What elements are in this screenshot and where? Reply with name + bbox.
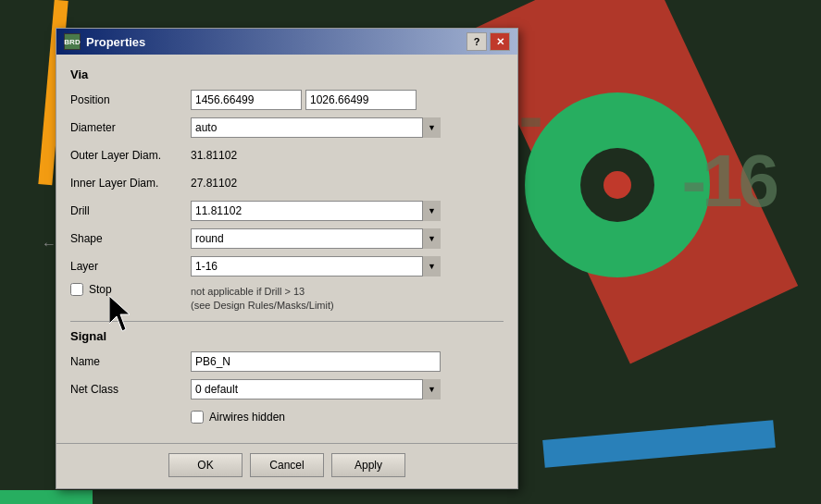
section-divider: [70, 321, 504, 322]
stop-checkbox[interactable]: [70, 283, 83, 296]
stop-row: Stop not applicable if Drill > 13 (see D…: [70, 283, 504, 313]
via-section-title: Via: [70, 68, 504, 81]
left-arrow-indicator: ←: [42, 236, 56, 252]
drill-select[interactable]: 11.81102: [191, 201, 441, 221]
shape-row: Shape round square ▼: [70, 227, 504, 250]
close-button[interactable]: ✕: [490, 32, 510, 51]
layer-select[interactable]: 1-16: [191, 256, 441, 277]
layer-label: Layer: [70, 260, 191, 273]
diameter-row: Diameter auto ▼: [70, 117, 504, 139]
drill-row: Drill 11.81102 ▼: [70, 200, 504, 222]
net-class-row: Net Class 0 default ▼: [70, 378, 504, 400]
stop-checkbox-area: Stop: [70, 283, 191, 296]
ok-button[interactable]: OK: [168, 453, 243, 477]
net-class-select-wrapper: 0 default ▼: [191, 379, 441, 400]
position-row: Position: [70, 89, 504, 111]
bg-numbers-right: -16: [681, 139, 775, 224]
stop-note: not applicable if Drill > 13 (see Design…: [191, 283, 334, 313]
apply-button[interactable]: Apply: [331, 453, 405, 477]
net-class-select[interactable]: 0 default: [191, 379, 441, 400]
airwires-label: Airwires hidden: [209, 411, 285, 424]
name-label: Name: [70, 355, 191, 368]
inner-layer-label: Inner Layer Diam.: [70, 177, 191, 190]
help-button[interactable]: ?: [466, 32, 487, 51]
shape-select[interactable]: round square: [191, 228, 441, 249]
dialog-title: Properties: [86, 35, 145, 49]
diameter-label: Diameter: [70, 121, 191, 134]
shape-select-wrapper: round square ▼: [191, 228, 441, 249]
diameter-select-wrapper: auto ▼: [191, 117, 441, 138]
outer-layer-value: 31.81102: [191, 149, 237, 162]
airwires-row: Airwires hidden: [70, 406, 504, 428]
name-row: Name: [70, 350, 504, 373]
position-label: Position: [70, 93, 191, 106]
name-input[interactable]: [191, 351, 441, 372]
position-x-input[interactable]: [191, 90, 302, 110]
diameter-select[interactable]: auto: [191, 117, 441, 138]
signal-section-title: Signal: [70, 329, 504, 343]
layer-row: Layer 1-16 ▼: [70, 255, 504, 277]
inner-layer-row: Inner Layer Diam. 27.81102: [70, 172, 504, 194]
cancel-button[interactable]: Cancel: [250, 453, 324, 477]
titlebar-buttons: ? ✕: [466, 32, 510, 51]
stop-label: Stop: [89, 283, 112, 296]
airwires-checkbox[interactable]: [191, 411, 204, 424]
position-y-input[interactable]: [305, 90, 417, 110]
outer-layer-row: Outer Layer Diam. 31.81102: [70, 144, 504, 166]
inner-layer-value: 27.81102: [191, 177, 237, 190]
dialog-footer: OK Cancel Apply: [56, 443, 517, 488]
drill-select-wrapper: 11.81102 ▼: [191, 201, 441, 221]
bg-circle-dot: [603, 171, 631, 199]
stop-note-line1: not applicable if Drill > 13: [191, 285, 334, 299]
shape-label: Shape: [70, 232, 191, 245]
stop-note-line2: (see Design Rules/Masks/Limit): [191, 299, 334, 313]
outer-layer-label: Outer Layer Diam.: [70, 149, 191, 162]
layer-select-wrapper: 1-16 ▼: [191, 256, 441, 277]
bg-green-line-bottom: [0, 490, 93, 504]
bg-blue-stripe: [542, 420, 776, 468]
dialog-body: Via Position Diameter auto ▼ Outer Layer…: [56, 55, 517, 443]
dialog-titlebar: BRD Properties ? ✕: [56, 29, 517, 55]
dialog-app-icon: BRD: [64, 33, 81, 50]
bg-circle-inner: [580, 148, 654, 222]
app-icon-label: BRD: [64, 38, 80, 46]
titlebar-left: BRD Properties: [64, 33, 145, 50]
drill-label: Drill: [70, 204, 191, 217]
net-class-label: Net Class: [70, 383, 191, 396]
properties-dialog: BRD Properties ? ✕ Via Position Diameter…: [56, 28, 518, 489]
